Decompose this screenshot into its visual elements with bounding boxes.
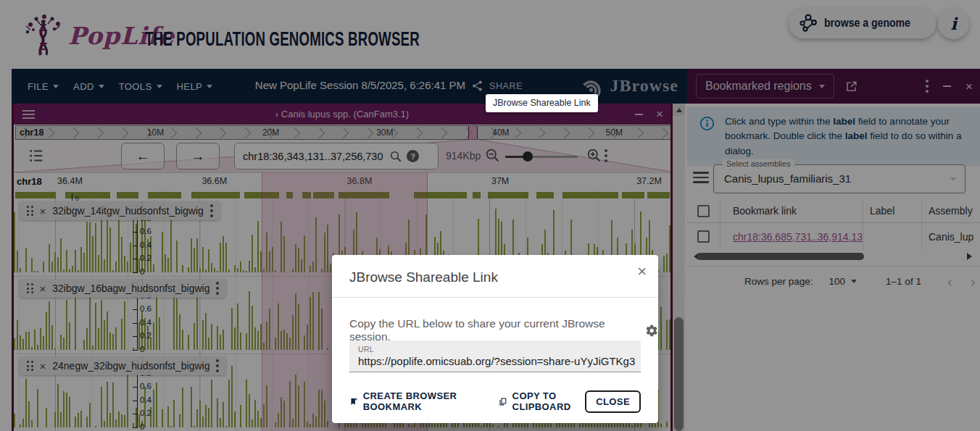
share-url-field[interactable]: URL (349, 340, 641, 372)
divider (332, 297, 658, 298)
copy-icon (499, 396, 507, 408)
dialog-close-icon[interactable]: × (637, 264, 647, 280)
url-field-label: URL (358, 345, 374, 353)
copy-to-clipboard-button[interactable]: COPY TO CLIPBOARD (499, 390, 585, 412)
settings-gear-icon[interactable] (645, 324, 658, 338)
share-tooltip: JBrowse Shareable Link (486, 94, 598, 112)
poplife-app: PopLife THE POPULATION GENOMICS BROWSER … (0, 0, 980, 431)
dialog-body-text: Copy the URL below to share your current… (349, 317, 639, 343)
share-dialog: JBrowse Shareable Link × Copy the URL be… (332, 255, 658, 423)
dialog-title: JBrowse Shareable Link (349, 269, 498, 285)
copy-label: COPY TO CLIPBOARD (512, 390, 586, 412)
share-url-input[interactable] (358, 355, 635, 367)
bookmark-add-icon (349, 396, 358, 408)
close-dialog-button[interactable]: CLOSE (585, 390, 641, 413)
create-browser-bookmark-button[interactable]: CREATE BROWSER BOOKMARK (349, 390, 471, 412)
create-bookmark-label: CREATE BROWSER BOOKMARK (363, 390, 471, 412)
